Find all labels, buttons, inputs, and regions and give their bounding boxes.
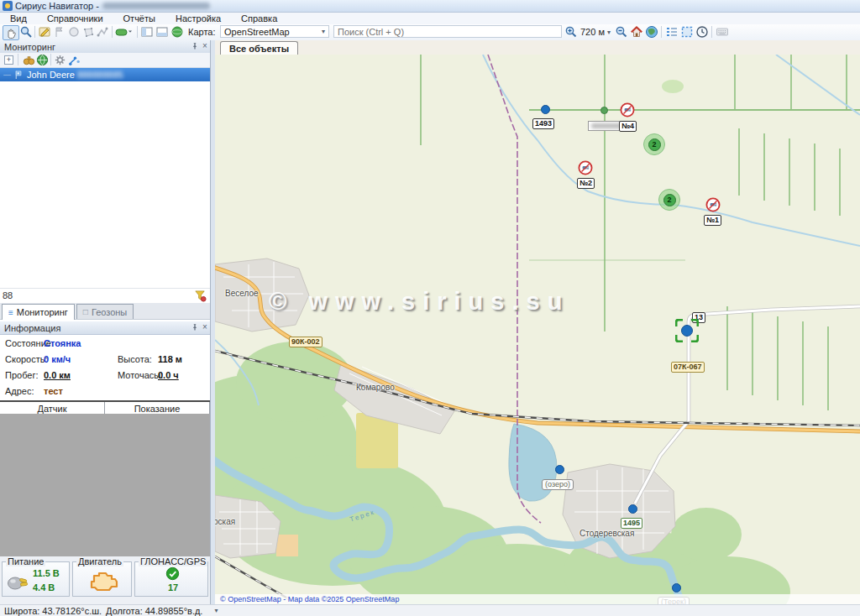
info-panel-header: Информация × [0, 321, 210, 335]
settings-button[interactable] [53, 54, 66, 66]
pan-tool-button[interactable] [3, 25, 19, 40]
monitoring-panel-title: Мониторинг [4, 42, 55, 52]
town-label-partial: рская [215, 517, 235, 526]
speed-value: 0 км/ч [44, 354, 71, 364]
zoom-scale-value[interactable]: 720 м [580, 27, 605, 37]
layout-columns-icon [140, 25, 154, 39]
map-point-terek[interactable] [672, 583, 681, 593]
filter-input[interactable]: 88 [3, 290, 13, 300]
mileage-label: Пробег: [5, 370, 39, 380]
add-placemark-button-disabled[interactable] [52, 25, 67, 39]
toolbar-separator [711, 26, 712, 38]
map-point-blue[interactable] [541, 105, 550, 114]
time-filter-button[interactable] [695, 25, 710, 39]
map-canvas[interactable]: © www.sirius.su Веселое Комарово Стодере… [215, 55, 860, 604]
tab-monitoring-label: Мониторинг [17, 307, 68, 317]
geozone-icon: □ [83, 307, 88, 316]
menu-nastroika[interactable]: Настройка [165, 13, 231, 23]
menu-spravochniki[interactable]: Справочники [37, 13, 113, 23]
find-object-button[interactable] [22, 54, 35, 66]
selected-unit-marker[interactable] [675, 319, 699, 342]
measure-tool-button[interactable] [37, 25, 52, 39]
zoom-out-button[interactable] [614, 25, 629, 39]
split-view-button[interactable] [139, 25, 155, 39]
unit-number-redacted: 888888885 [77, 70, 123, 80]
lake-label: (озеро) [542, 479, 574, 490]
zoom-tool-button[interactable] [18, 25, 34, 39]
application-window: Сириус Навигатор - Вид Справочники Отчёт… [0, 0, 860, 616]
disconnected-plug-icon [578, 160, 593, 175]
map-provider-select[interactable]: OpenStreetMap ▾ [220, 25, 329, 38]
home-icon [630, 25, 643, 39]
route-points-icon [68, 54, 81, 66]
power-voltage-2: 4.4 В [33, 582, 55, 593]
map-point-green[interactable] [600, 107, 608, 114]
zoom-scale-dropdown-icon[interactable]: ▾ [607, 29, 611, 36]
marker-sensor-2[interactable] [578, 160, 593, 175]
gps-gauge: ГЛОНАСС/GPS 17 [134, 561, 208, 597]
tab-monitoring[interactable]: ≡ Мониторинг [2, 304, 75, 320]
zoom-in-button[interactable] [564, 25, 579, 39]
map-point-stoderevskaya[interactable] [628, 504, 637, 514]
marker-sensor-4[interactable] [620, 102, 635, 117]
keyboard-button-disabled[interactable] [715, 25, 730, 39]
tab-all-objects[interactable]: Все объекты [220, 41, 298, 55]
town-label-veseloe: Веселое [225, 289, 259, 298]
binoculars-icon [23, 54, 35, 66]
cluster-marker-2[interactable]: 2 [658, 189, 680, 211]
hand-icon [4, 26, 18, 39]
close-panel-button[interactable]: × [200, 41, 210, 51]
show-on-map-button[interactable] [35, 54, 49, 66]
power-gauge-label: Питание [6, 556, 45, 566]
toolbar-separator [112, 26, 113, 38]
track-color-button[interactable] [114, 25, 134, 39]
add-circle-zone-button-disabled[interactable] [66, 25, 81, 39]
cluster-count: 2 [648, 138, 661, 151]
world-icon [645, 25, 658, 39]
menu-spravka[interactable]: Справка [231, 13, 287, 23]
tree-item-unit[interactable]: — John Deere 888888885 [0, 68, 210, 81]
filter-row: 88 [0, 288, 210, 304]
road-label-07k067: 07К-067 [671, 362, 705, 373]
plug-icon [6, 572, 29, 593]
filter-button[interactable] [194, 290, 207, 302]
status-dropdown-icon[interactable]: ▾ [214, 607, 218, 614]
close-panel-button[interactable]: × [200, 322, 210, 332]
green-globe-icon [170, 25, 184, 39]
add-polygon-zone-button-disabled[interactable] [81, 25, 96, 39]
engine-gauge: Двигатель [72, 561, 132, 597]
address-label: Адрес: [5, 386, 34, 396]
chevron-down-icon: ▾ [322, 28, 325, 35]
menu-bar: Вид Справочники Отчёты Настройка Справка [0, 13, 860, 24]
show-all-objects-button[interactable] [644, 25, 659, 39]
disconnected-plug-icon [705, 197, 721, 212]
menu-vid[interactable]: Вид [0, 13, 37, 23]
hours-value[interactable]: 0.0 ч [158, 370, 179, 380]
app-icon [3, 1, 13, 11]
map-background [215, 55, 860, 604]
mileage-value[interactable]: 0.0 км [44, 370, 71, 380]
menu-otchety[interactable]: Отчёты [113, 13, 165, 23]
altitude-label: Высота: [118, 354, 152, 364]
home-view-button[interactable] [629, 25, 644, 39]
legend-button[interactable] [664, 25, 679, 39]
pin-button[interactable] [190, 322, 200, 332]
tree-branch: — [3, 70, 11, 79]
zoom-in-icon [564, 25, 578, 39]
expand-all-button[interactable]: + [4, 55, 13, 65]
search-input[interactable] [333, 25, 562, 38]
toolbar-separator [18, 54, 18, 65]
pin-button[interactable] [190, 41, 200, 51]
tracks-button[interactable] [67, 54, 81, 66]
marker-sensor-1[interactable] [705, 197, 721, 212]
cluster-marker-1[interactable]: 2 [643, 133, 665, 155]
select-area-button[interactable] [679, 25, 695, 39]
toolbar-separator [137, 26, 138, 38]
map-point-lake[interactable] [555, 465, 564, 474]
clock-icon [695, 25, 709, 39]
tab-geozones[interactable]: □ Геозоны [76, 304, 134, 319]
add-route-button-disabled[interactable] [95, 25, 110, 39]
magnifier-icon [19, 25, 33, 39]
bottom-panel-button[interactable] [155, 25, 170, 39]
map-3d-button[interactable] [170, 25, 185, 39]
